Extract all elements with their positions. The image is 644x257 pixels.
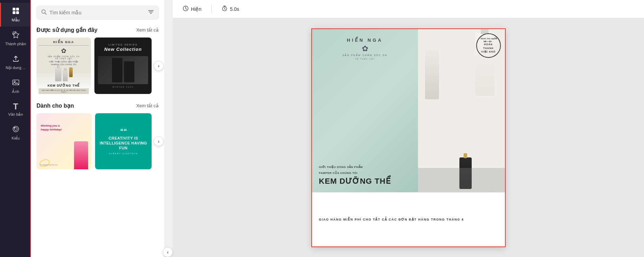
template-bottles — [55, 67, 73, 81]
bottle-2 — [63, 70, 68, 81]
template-intro: GIỚI THIỆU DÒNG SẢN PHẨMPAMPER CỦA CHÚNG… — [49, 61, 78, 66]
quote-mark: ❝❝ — [120, 128, 127, 134]
template-collection-title: New Collection — [104, 47, 142, 52]
sidebar-item-label-thanh-phan: Thành phần — [5, 42, 26, 46]
template-season: WINTER 2024 — [112, 86, 134, 88]
for-you-title: Dành cho bạn — [36, 102, 74, 109]
animation-button[interactable]: Hiện — [180, 4, 204, 14]
svg-point-7 — [13, 126, 19, 132]
template-product-name: KEM DƯỠNG THỂ — [48, 84, 80, 87]
canvas-brand-sub2: TỪ THỰC VẬT — [319, 58, 411, 60]
scribble-deco — [38, 158, 51, 168]
for-you-templates-grid: Wishing you ahappy birthday! Im always h… — [36, 113, 159, 169]
canvas-mid-text: GIỚI THIỆU DÒNG SẢN PHẨM PAMPER CỦA CHÚN… — [319, 165, 419, 185]
text-icon: T — [13, 102, 18, 111]
sidebar-item-label-mau: Mẫu — [12, 18, 19, 22]
bottle-1 — [55, 67, 61, 81]
toolbar-divider-1 — [211, 5, 212, 13]
sidebar-item-mau[interactable]: Mẫu — [0, 3, 30, 27]
components-icon — [12, 31, 20, 40]
tube-bottle — [425, 50, 439, 99]
sidebar-item-noi-dung[interactable]: Nội dung ... — [0, 50, 30, 74]
for-you-next-arrow[interactable]: › — [154, 136, 164, 146]
sidebar-item-van-ban[interactable]: T Văn bản — [0, 98, 30, 121]
figure-1 — [112, 58, 122, 82]
sidebar-item-label-van-ban: Văn bản — [8, 112, 23, 117]
style-icon — [12, 125, 20, 135]
recently-used-see-all[interactable]: Xem tất cả — [136, 27, 159, 33]
search-input[interactable] — [49, 10, 145, 15]
toolbar: Hiện 5.0s — [173, 0, 644, 18]
template-footer: GIAO HÀNG MIỄN PHÍ CHO TẤT CẢ CÁC ĐƠN ĐẶ… — [39, 88, 89, 94]
canvas-intro-line2: PAMPER CỦA CHÚNG TÔI — [319, 171, 419, 176]
for-you-see-all[interactable]: Xem tất cả — [136, 103, 159, 108]
svg-point-9 — [14, 127, 15, 128]
grid-icon — [12, 7, 20, 16]
template-creativity[interactable]: ❝❝ CREATIVITY IS INTELLIGENCE HAVING FUN… — [95, 113, 152, 169]
sidebar-item-thanh-phan[interactable]: Thành phần — [0, 27, 30, 50]
duration-button[interactable]: 5.0s — [219, 4, 242, 14]
quote-author: ALBERT EINSTEIN — [109, 153, 138, 155]
bottle-3 — [69, 67, 73, 77]
template-new-collection[interactable]: LIMITED SERIES New Collection WINTER 202… — [94, 38, 152, 94]
template-sub2: TỪ THỰC VẬT — [55, 58, 73, 60]
duration-label: 5.0s — [230, 6, 239, 12]
canvas-product-title: KEM DƯỠNG THỂ — [319, 177, 419, 185]
svg-rect-2 — [13, 11, 15, 14]
next-arrow[interactable]: › — [154, 61, 164, 71]
birthday-text: Wishing you ahappy birthday! — [41, 124, 62, 131]
template-hien-nga[interactable]: HIỂN NGA ✿ SẢN PHẨM CHĂM SÓC DA TỪ THỰC … — [36, 38, 91, 94]
canvas-content: HIỂN NGA ✿ SẢN PHẨM CHĂM SÓC DA TỪ THỰC … — [173, 18, 644, 257]
templates-panel: Được sử dụng gần đây Xem tất cả HIỂN NGA… — [31, 0, 164, 257]
fashion-figures — [98, 56, 148, 84]
figure-2 — [124, 61, 134, 82]
template-series-label: LIMITED SERIES — [108, 43, 138, 46]
svg-rect-3 — [16, 11, 19, 14]
sidebar-item-label-kieu: Kiểu — [12, 136, 20, 141]
timer-icon — [221, 5, 228, 13]
sidebar: Mẫu Thành phần Nội dung ... Ảnh — [0, 0, 31, 257]
image-icon — [12, 79, 20, 88]
for-you-header: Dành cho bạn Xem tất cả — [36, 102, 159, 109]
person-silhouette — [74, 141, 88, 169]
canvas-bottom-section: GIAO HÀNG MIỄN PHÍ CHO TẤT CẢ CÁC ĐƠN ĐẶ… — [312, 192, 505, 246]
sidebar-item-anh[interactable]: Ảnh — [0, 74, 30, 98]
canvas-brand-icon: ✿ — [319, 44, 411, 53]
sidebar-item-label-anh: Ảnh — [12, 89, 19, 94]
design-canvas[interactable]: HIỂN NGA ✿ SẢN PHẨM CHĂM SÓC DA TỪ THỰC … — [312, 29, 505, 246]
template-brand-name: HIỂN NGA — [39, 40, 89, 46]
sidebar-item-label-noi-dung: Nội dung ... — [6, 66, 26, 70]
animation-label: Hiện — [191, 6, 201, 12]
recently-used-title: Được sử dụng gần đây — [36, 27, 98, 33]
animation-icon — [182, 5, 189, 13]
canvas-brand-name: HIỂN NGA — [319, 38, 411, 43]
canvas-brand-sub1: SẢN PHẨM CHĂM SÓC DA — [319, 54, 411, 57]
stamp-text: · Dành cho người bận rộn · HOÀNTHÀNHVIỆC… — [479, 37, 498, 54]
recent-templates-grid: HIỂN NGA ✿ SẢN PHẨM CHĂM SÓC DA TỪ THỰC … — [36, 38, 159, 94]
canvas-area: Hiện 5.0s HIỂN NGA ✿ SẢN PHẨM CHĂM SÓC D… — [173, 0, 644, 257]
filter-icon[interactable] — [148, 9, 154, 16]
quote-text: CREATIVITY IS INTELLIGENCE HAVING FUN — [99, 136, 148, 151]
recently-used-header: Được sử dụng gần đây Xem tất cả — [36, 27, 159, 33]
canvas-footer-text: GIAO HÀNG MIỄN PHÍ CHO TẤT CẢ CÁC ĐƠN ĐẶ… — [319, 218, 498, 221]
svg-rect-1 — [16, 8, 19, 11]
canvas-intro-line1: GIỚI THIỆU DÒNG SẢN PHẨM — [319, 165, 419, 170]
svg-rect-0 — [13, 8, 15, 11]
birthday-note: Im always here for you — [40, 164, 58, 166]
upload-icon — [12, 55, 20, 64]
search-icon — [41, 9, 47, 16]
template-brand-icon: ✿ — [61, 47, 66, 55]
template-birthday[interactable]: Wishing you ahappy birthday! Im always h… — [36, 113, 92, 169]
panel-collapse-button[interactable]: ‹ — [163, 247, 173, 257]
sidebar-item-kieu[interactable]: Kiểu — [0, 121, 30, 145]
search-bar[interactable] — [36, 6, 159, 20]
canvas-stamp: · Dành cho người bận rộn · HOÀNTHÀNHVIỆC… — [476, 33, 501, 58]
